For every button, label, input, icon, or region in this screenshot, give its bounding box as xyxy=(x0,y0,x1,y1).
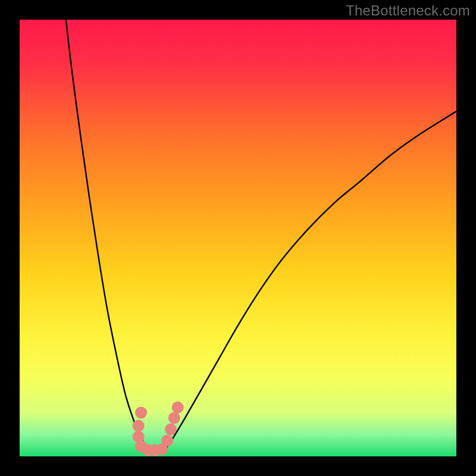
marker-dot xyxy=(161,435,173,447)
watermark-text: TheBottleneck.com xyxy=(346,2,470,19)
gradient-background xyxy=(20,20,456,456)
marker-dot xyxy=(172,402,184,414)
bottleneck-plot xyxy=(20,20,456,456)
marker-dot xyxy=(168,412,180,424)
marker-dot xyxy=(133,420,145,432)
marker-dot xyxy=(135,407,147,419)
chart-frame: TheBottleneck.com xyxy=(0,0,476,476)
marker-dot xyxy=(165,423,177,435)
